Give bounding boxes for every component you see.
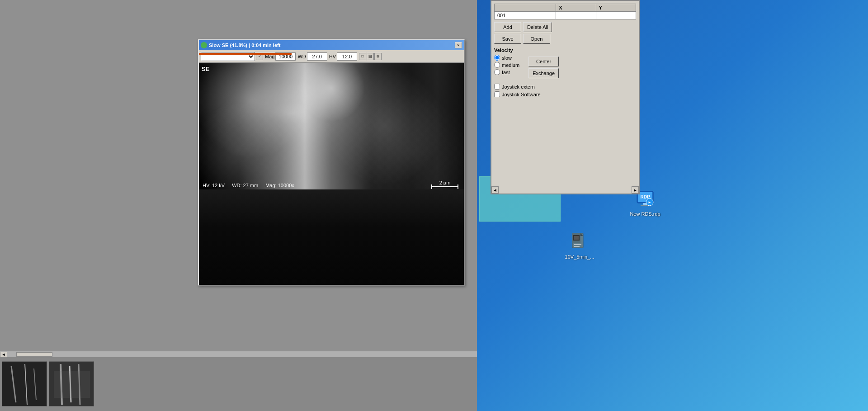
velocity-medium-label: medium — [494, 62, 519, 68]
thumbnail-1[interactable] — [2, 361, 47, 406]
col-header-x: X — [556, 4, 596, 12]
hv-group: HV — [329, 52, 357, 61]
row-x — [556, 12, 596, 19]
hv-input[interactable] — [337, 52, 357, 61]
col-header-id — [495, 4, 556, 12]
row-y — [596, 12, 636, 19]
svg-rect-14 — [2, 362, 47, 406]
sem-titlebar-left: Slow SE (41.8%) | 0:04 min left — [201, 42, 280, 48]
row-id: 001 — [495, 12, 556, 19]
button-row-1: Add Delete All — [494, 22, 636, 32]
thumbnail-strip — [0, 357, 477, 411]
scale-bar-label: 2 μm — [439, 180, 451, 185]
sem-mag-value: Mag: 10000x — [265, 183, 294, 188]
wd-group: WD — [297, 52, 327, 61]
coordinate-table: X Y 001 — [494, 4, 636, 19]
wd-label: WD — [297, 54, 306, 59]
velocity-fast-text: fast — [502, 70, 510, 75]
svg-rect-22 — [54, 371, 90, 398]
checkbox-section: Joystick extern Joystick Software — [494, 84, 636, 97]
sem-image-bottom — [199, 189, 464, 285]
svg-rect-11 — [574, 246, 580, 247]
sem-title-text: Slow SE (41.8%) | 0:04 min left — [209, 43, 280, 48]
se-label: SE — [202, 66, 209, 72]
exchange-button[interactable]: Exchange — [528, 68, 559, 78]
file-icon-image — [569, 231, 590, 252]
velocity-section: Velocity slow medium fast — [494, 47, 636, 78]
sem-status-icon — [201, 42, 207, 48]
right-panel: X Y 001 Add Delete All Save Open — [491, 0, 640, 194]
sem-titlebar: Slow SE (41.8%) | 0:04 min left × — [199, 40, 464, 50]
sem-toolbar: ✓ Mag WD HV □ ▤ ⊞ — [199, 50, 464, 63]
velocity-medium-radio[interactable] — [494, 62, 500, 68]
button-row-2: Save Open — [494, 34, 636, 44]
scroll-arrow-left[interactable]: ◄ — [0, 352, 7, 357]
joystick-extern-checkbox[interactable] — [494, 84, 500, 90]
save-button[interactable]: Save — [494, 34, 521, 44]
view-btn-3[interactable]: ⊞ — [374, 53, 382, 60]
velocity-fast-label: fast — [494, 69, 519, 75]
view-btn-1[interactable]: □ — [359, 53, 366, 60]
velocity-title: Velocity — [494, 47, 519, 53]
velocity-fast-radio[interactable] — [494, 69, 500, 75]
velocity-slow-label: slow — [494, 55, 519, 61]
joystick-software-text: Joystick Software — [502, 92, 541, 97]
sem-scale-bar: 2 μm — [431, 180, 458, 187]
scale-line — [431, 186, 458, 187]
center-button[interactable]: Center — [528, 57, 559, 66]
rdp-icon-label: New RDS.rdp — [630, 211, 660, 217]
wd-input[interactable] — [307, 52, 327, 61]
sem-image-area: SE HV: 12 kV WD: 27 mm Mag: 10000x 2 μm — [199, 63, 464, 285]
delete-all-button[interactable]: Delete All — [523, 22, 552, 32]
scrollbar-thumb[interactable] — [16, 352, 52, 357]
joystick-extern-label: Joystick extern — [494, 84, 636, 90]
sem-wd-value: WD: 27 mm — [232, 183, 258, 188]
open-button[interactable]: Open — [523, 34, 550, 44]
sem-window: Slow SE (41.8%) | 0:04 min left × ✓ Mag … — [198, 39, 465, 286]
add-button[interactable]: Add — [494, 22, 521, 32]
velocity-slow-radio[interactable] — [494, 55, 500, 61]
joystick-software-label: Joystick Software — [494, 91, 636, 97]
svg-rect-13 — [574, 236, 579, 240]
col-header-y: Y — [596, 4, 636, 12]
scroll-right-arrow[interactable]: ► — [632, 186, 639, 194]
right-panel-content: X Y 001 Add Delete All Save Open — [491, 1, 639, 102]
svg-rect-10 — [574, 244, 581, 245]
scroll-left-arrow[interactable]: ◄ — [491, 186, 499, 194]
velocity-medium-text: medium — [502, 62, 519, 68]
hv-label: HV — [329, 54, 336, 59]
table-row: 001 — [495, 12, 636, 19]
main-scrollbar[interactable]: ◄ — [0, 351, 477, 357]
file-icon-label: 10V_5min_... — [565, 254, 594, 260]
sem-progress-bar — [199, 53, 292, 55]
svg-text:►: ► — [648, 200, 651, 204]
thumbnail-2[interactable] — [49, 361, 94, 406]
view-buttons: □ ▤ ⊞ — [359, 53, 382, 60]
sem-info-bar: HV: 12 kV WD: 27 mm Mag: 10000x — [199, 181, 464, 189]
view-btn-2[interactable]: ▤ — [367, 53, 374, 60]
velocity-radio-group: slow medium fast — [494, 55, 519, 75]
joystick-software-checkbox[interactable] — [494, 91, 500, 97]
velocity-controls: Velocity slow medium fast — [494, 47, 519, 75]
joystick-extern-text: Joystick extern — [502, 84, 535, 90]
sem-hv-value: HV: 12 kV — [203, 183, 225, 188]
file-desktop-icon[interactable]: 10V_5min_... — [561, 231, 598, 260]
center-exchange-buttons: Center Exchange — [528, 57, 559, 78]
sem-close-button[interactable]: × — [455, 42, 462, 48]
sem-overlay-highlights — [199, 63, 464, 189]
velocity-slow-text: slow — [502, 55, 512, 61]
